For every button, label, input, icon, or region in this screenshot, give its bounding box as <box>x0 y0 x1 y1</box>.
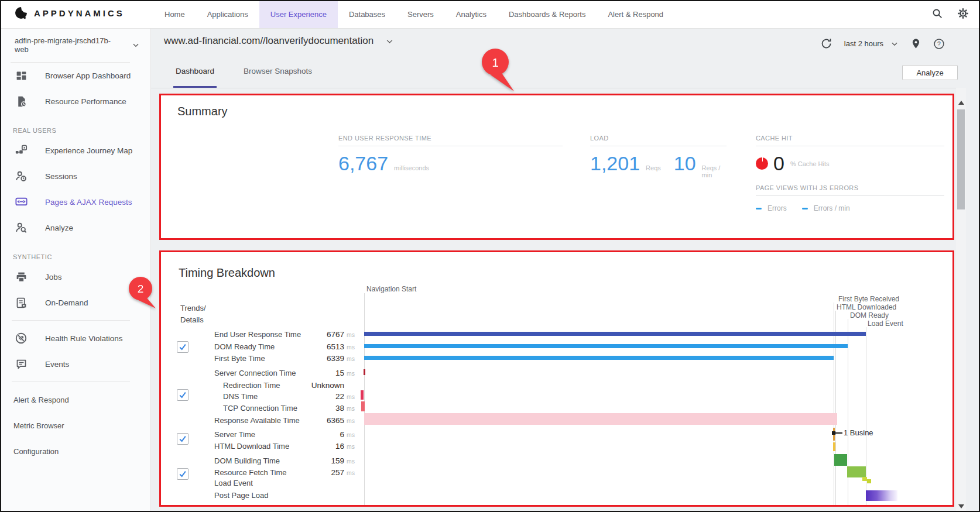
sidebar-item-label: Pages & AJAX Requests <box>45 198 132 207</box>
nav-item-databases[interactable]: Databases <box>338 0 396 28</box>
summary-title: Summary <box>177 105 228 118</box>
end-user-response-time-widget: END USER RESPONSE TIME 6,767 millisecond… <box>338 135 563 175</box>
load-rate-unit: Reqs / min <box>702 164 727 178</box>
business-transaction-marker-label: 1 Busine <box>844 428 873 437</box>
sidebar-item-browser-app-dashboard[interactable]: Browser App Dashboard <box>0 63 150 88</box>
nav-item-user-experience[interactable]: User Experience <box>259 0 338 28</box>
refresh-icon[interactable] <box>820 37 832 50</box>
response-available-time-bar <box>364 413 837 425</box>
topnav-items: HomeApplicationsUser ExperienceDatabases… <box>153 0 674 28</box>
gridline-label-navigation-start: Navigation Start <box>366 285 416 293</box>
sidebar-item-events[interactable]: Events <box>0 351 150 377</box>
sessions-icon <box>14 170 28 183</box>
nav-item-alert-respond[interactable]: Alert & Respond <box>597 0 674 28</box>
legend-label-errors-min: Errors / min <box>814 204 850 212</box>
events-icon <box>14 358 28 370</box>
main-header: www.ad-financial.com//loanverifydocument… <box>150 28 980 88</box>
scrollbar-up-arrow-icon[interactable] <box>958 101 964 105</box>
sidebar-item-label: Health Rule Violations <box>45 334 123 343</box>
js-errors-label: PAGE VIEWS WITH JS ERRORS <box>756 184 944 191</box>
dom-ready-time-bar <box>364 344 848 348</box>
sidebar-item-pages-ajax-requests[interactable]: Pages & AJAX Requests <box>0 189 150 215</box>
dom-building-time-bar <box>834 454 847 466</box>
sidebar-item-label: Experience Journey Map <box>45 146 132 155</box>
gridline-label-html-downloaded: HTML Downloaded <box>837 303 896 311</box>
sidebar-item-sessions[interactable]: Sessions <box>0 163 150 189</box>
load-rate-value: 10 <box>674 152 696 175</box>
annotation-callout-1: 1 <box>471 46 525 96</box>
legend-label-errors: Errors <box>767 204 787 212</box>
callout-2-number: 2 <box>138 283 144 295</box>
summary-panel: Summary END USER RESPONSE TIME 6,767 mil… <box>159 94 954 240</box>
page-scrollbar[interactable] <box>956 88 966 512</box>
load-widget: LOAD 1,201 Reqs 10 Reqs / min <box>590 135 727 178</box>
gridline-label-first-byte-received: First Byte Received <box>838 295 899 303</box>
js-errors-widget: PAGE VIEWS WITH JS ERRORS ErrorsErrors /… <box>756 184 944 212</box>
sidebar-item-label: On-Demand <box>45 298 88 307</box>
location-pin-icon[interactable] <box>910 38 921 49</box>
scrollbar-thumb[interactable] <box>957 109 965 209</box>
load-unit: Reqs <box>646 164 661 171</box>
nav-item-applications[interactable]: Applications <box>196 0 259 28</box>
chevron-down-icon <box>385 37 394 46</box>
load-event-bar-2 <box>867 479 871 483</box>
cache-hit-widget: CACHE HIT 0 % Cache Hits <box>756 135 944 175</box>
tab-browser-snapshots[interactable]: Browser Snapshots <box>241 63 314 88</box>
sidebar-item-metric-browser[interactable]: Metric Browser <box>0 413 150 438</box>
sidebar-item-resource-performance[interactable]: Resource Performance <box>0 88 150 114</box>
scrollbar-down-arrow-icon[interactable] <box>958 504 964 508</box>
top-navigation-bar: APPDYNAMICS HomeApplicationsUser Experie… <box>0 0 980 29</box>
load-event-bar-1 <box>862 477 867 481</box>
tab-dashboard[interactable]: Dashboard <box>173 63 217 88</box>
legend-dash-icon <box>756 208 762 209</box>
sidebar-section-synthetic: SYNTHETIC <box>0 240 150 264</box>
svg-text:?: ? <box>937 40 941 47</box>
journey-map-icon <box>14 144 28 157</box>
sidebar-item-label: Browser App Dashboard <box>45 71 131 80</box>
annotation-callout-2: 2 <box>120 267 162 311</box>
post-page-load-bar <box>866 490 897 501</box>
sidebar-items: Browser App DashboardResource Performanc… <box>0 63 150 464</box>
gridline-label-dom-ready: DOM Ready <box>850 311 889 319</box>
end-user-response-time-bar <box>364 332 866 336</box>
analyze-button[interactable]: Analyze <box>902 65 958 80</box>
timing-waterfall-chart: Navigation StartFirst Byte ReceivedHTML … <box>161 252 952 505</box>
app-selector-label: adfin-pre-migrate-jrschd17b-web <box>15 36 124 54</box>
sidebar-item-experience-journey-map[interactable]: Experience Journey Map <box>0 138 150 163</box>
gear-icon[interactable] <box>957 7 969 20</box>
nav-item-analytics[interactable]: Analytics <box>445 0 498 28</box>
nav-item-servers[interactable]: Servers <box>396 0 445 28</box>
first-byte-time-bar <box>364 356 834 360</box>
app-selector-dropdown[interactable]: adfin-pre-migrate-jrschd17b-web <box>0 28 150 62</box>
load-value: 1,201 <box>590 152 640 175</box>
sidebar-item-alert-respond[interactable]: Alert & Respond <box>0 387 150 413</box>
load-label: LOAD <box>590 135 727 142</box>
resource-fetch-time-bar <box>847 466 866 477</box>
sidebar-item-configuration[interactable]: Configuration <box>0 438 150 464</box>
html-download-time-bar <box>833 442 835 451</box>
nav-item-home[interactable]: Home <box>153 0 196 28</box>
sidebar-item-analyze[interactable]: Analyze <box>0 215 150 240</box>
page-title-dropdown[interactable]: www.ad-financial.com//loanverifydocument… <box>164 35 394 47</box>
eurt-label: END USER RESPONSE TIME <box>338 135 563 142</box>
brand-name: APPDYNAMICS <box>34 8 125 18</box>
help-icon[interactable]: ? <box>933 38 945 50</box>
nav-item-dashboards-reports[interactable]: Dashboards & Reports <box>498 0 597 28</box>
legend-dash-icon <box>802 208 808 209</box>
search-icon[interactable] <box>931 7 944 20</box>
timing-breakdown-panel: Timing Breakdown Trends/ Details End Use… <box>159 250 954 507</box>
sidebar-divider <box>12 320 130 321</box>
eurt-value: 6,767 <box>338 152 388 175</box>
time-range-dropdown[interactable]: last 2 hours <box>844 39 899 48</box>
gridline-navigation-start <box>364 293 365 505</box>
tcp-connection-time-bar <box>361 401 365 411</box>
on-demand-icon <box>14 297 28 309</box>
sidebar-item-health-rule-violations[interactable]: Health Rule Violations <box>0 325 150 351</box>
jobs-icon <box>14 271 28 283</box>
server-connection-time-bar <box>364 369 365 375</box>
sidebar-item-label: Sessions <box>45 172 77 181</box>
sidebar-section-real-users: REAL USERS <box>0 114 150 138</box>
appdynamics-logo: APPDYNAMICS <box>14 6 125 20</box>
health-icon <box>14 332 28 345</box>
sidebar-divider <box>12 382 130 382</box>
